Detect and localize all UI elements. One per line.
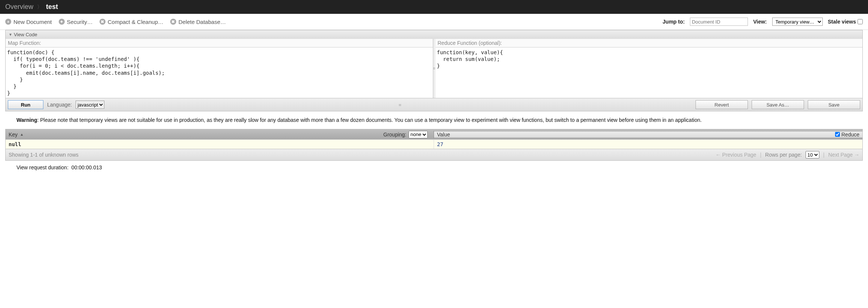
footer-spacer: = <box>108 102 692 108</box>
view-code-panel: ▼ View Code Map Function: function(doc) … <box>5 30 863 111</box>
save-as-button[interactable]: Save As… <box>752 100 804 109</box>
grouping-select[interactable]: none <box>409 131 428 138</box>
view-code-title: View Code <box>14 32 37 37</box>
toolbar-left: + New Document ✦ Security… ✖ Compact & C… <box>5 19 226 25</box>
language-label: Language: <box>47 102 72 108</box>
reduce-label: Reduce <box>841 132 859 138</box>
value-column-header: Value Reduce <box>434 132 862 138</box>
warning-message: Warning: Please note that temporary view… <box>0 111 868 129</box>
key-icon: ✦ <box>59 19 65 25</box>
duration-value: 00:00:00.013 <box>71 164 102 170</box>
sort-asc-icon: ▲ <box>20 132 24 136</box>
table-row[interactable]: null 27 <box>6 139 862 149</box>
compact-label: Compact & Cleanup… <box>108 19 163 25</box>
key-column-header[interactable]: Key ▲ Grouping: none <box>6 131 434 138</box>
duration-label: View request duration: <box>16 164 68 170</box>
view-code-header[interactable]: ▼ View Code <box>6 30 862 39</box>
view-request-duration: View request duration: 00:00:00.013 <box>0 161 868 174</box>
map-function-editor[interactable]: function(doc) { if( typeof(doc.teams) !=… <box>6 47 433 98</box>
results-footer: Showing 1-1 of unknown rows ← Previous P… <box>6 149 862 160</box>
stale-views-checkbox[interactable] <box>858 19 863 24</box>
function-editors: Map Function: function(doc) { if( typeof… <box>6 39 862 98</box>
warning-prefix: Warning <box>16 117 37 123</box>
pager-sep-1: | <box>760 152 761 158</box>
run-button[interactable]: Run <box>8 100 43 109</box>
view-code-footer: Run Language: javascript = Revert Save A… <box>6 98 862 111</box>
showing-text: Showing 1-1 of unknown rows <box>9 152 79 158</box>
pager: ← Previous Page | Rows per page: 10 | Ne… <box>715 151 859 158</box>
reduce-checkbox[interactable] <box>835 132 840 137</box>
plus-icon: + <box>5 19 11 25</box>
reduce-function-title: Reduce Function (optional): <box>435 39 863 47</box>
rows-per-page-select[interactable]: 10 <box>806 151 819 158</box>
grouping-label: Grouping: <box>383 132 406 138</box>
breadcrumb-root[interactable]: Overview <box>5 3 33 11</box>
toolbar: + New Document ✦ Security… ✖ Compact & C… <box>0 14 868 30</box>
compact-icon: ✖ <box>100 19 106 25</box>
reduce-control: Reduce <box>835 132 859 138</box>
results-table: Key ▲ Grouping: none Value Reduce null 2… <box>5 129 863 161</box>
map-function-title: Map Function: <box>6 39 433 47</box>
save-button[interactable]: Save <box>808 100 860 109</box>
key-header-label: Key <box>9 132 18 138</box>
view-select[interactable]: Temporary view… <box>772 18 823 26</box>
stale-views-label: Stale views <box>828 19 856 25</box>
delete-database-label: Delete Database… <box>178 19 226 25</box>
cell-key: null <box>6 140 434 149</box>
cell-value: 27 <box>434 140 862 149</box>
view-label: View: <box>753 19 767 25</box>
next-page-link[interactable]: Next Page → <box>828 152 859 158</box>
reduce-function-editor[interactable]: function(key, value){ return sum(value);… <box>435 47 863 96</box>
rows-per-page-label: Rows per page: <box>765 152 802 158</box>
grouping-control: Grouping: none <box>383 131 431 138</box>
security-button[interactable]: ✦ Security… <box>59 19 93 25</box>
delete-database-button[interactable]: ✖ Delete Database… <box>170 19 226 25</box>
compact-cleanup-button[interactable]: ✖ Compact & Cleanup… <box>100 19 163 25</box>
chevron-right-icon: 〉 <box>37 4 42 10</box>
revert-button[interactable]: Revert <box>696 100 748 109</box>
reduce-function-column: Reduce Function (optional): function(key… <box>435 39 863 98</box>
breadcrumb-current: test <box>46 3 58 11</box>
security-label: Security… <box>67 19 93 25</box>
pager-sep-2: | <box>823 152 825 158</box>
jump-to-input[interactable] <box>690 18 748 26</box>
previous-page-link[interactable]: ← Previous Page <box>715 152 756 158</box>
jump-to-label: Jump to: <box>663 19 685 25</box>
delete-icon: ✖ <box>170 19 176 25</box>
toolbar-right: Jump to: View: Temporary view… Stale vie… <box>663 18 863 26</box>
warning-text: : Please note that temporary views are n… <box>37 117 702 123</box>
new-document-button[interactable]: + New Document <box>5 19 52 25</box>
new-document-label: New Document <box>13 19 52 25</box>
value-header-label: Value <box>437 132 450 138</box>
triangle-down-icon: ▼ <box>9 33 12 37</box>
breadcrumb: Overview 〉 test <box>0 0 868 14</box>
results-header: Key ▲ Grouping: none Value Reduce <box>6 129 862 139</box>
map-function-column: Map Function: function(doc) { if( typeof… <box>6 39 433 98</box>
language-select[interactable]: javascript <box>76 101 104 109</box>
